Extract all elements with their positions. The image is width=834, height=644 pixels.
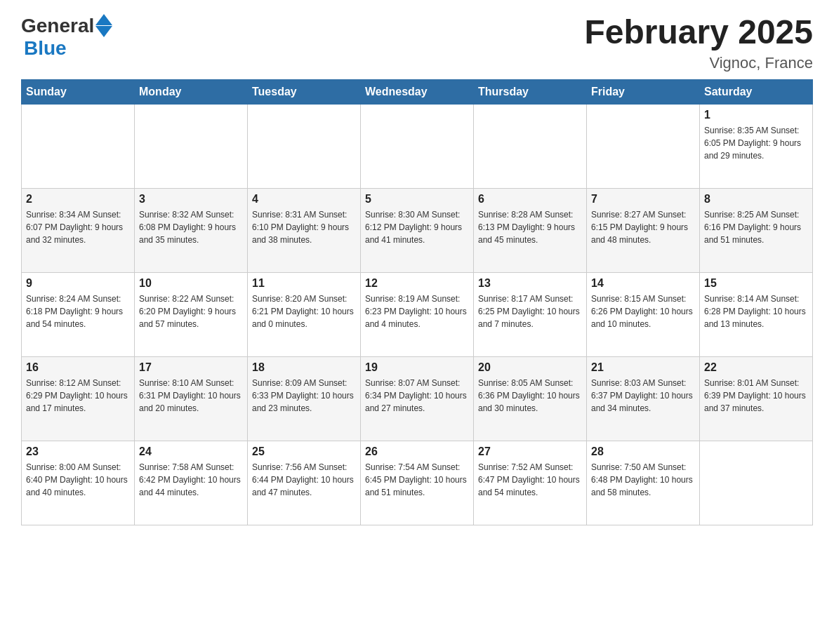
day-info: Sunrise: 8:22 AM Sunset: 6:20 PM Dayligh… bbox=[139, 293, 243, 330]
day-number: 25 bbox=[252, 445, 356, 458]
day-number: 10 bbox=[139, 277, 243, 290]
day-cell: 10Sunrise: 8:22 AM Sunset: 6:20 PM Dayli… bbox=[135, 272, 248, 356]
day-info: Sunrise: 8:20 AM Sunset: 6:21 PM Dayligh… bbox=[252, 293, 356, 330]
day-info: Sunrise: 7:50 AM Sunset: 6:48 PM Dayligh… bbox=[591, 461, 695, 499]
day-cell: 4Sunrise: 8:31 AM Sunset: 6:10 PM Daylig… bbox=[248, 188, 361, 272]
day-cell: 20Sunrise: 8:05 AM Sunset: 6:36 PM Dayli… bbox=[474, 356, 587, 441]
week-row: 2Sunrise: 8:34 AM Sunset: 6:07 PM Daylig… bbox=[22, 188, 813, 272]
day-cell: 16Sunrise: 8:12 AM Sunset: 6:29 PM Dayli… bbox=[22, 356, 135, 441]
day-cell: 8Sunrise: 8:25 AM Sunset: 6:16 PM Daylig… bbox=[700, 188, 813, 272]
day-number: 14 bbox=[591, 277, 695, 290]
day-number: 17 bbox=[139, 361, 243, 374]
day-cell bbox=[135, 104, 248, 188]
day-cell bbox=[474, 104, 587, 188]
day-header-monday: Monday bbox=[135, 79, 248, 104]
day-info: Sunrise: 8:34 AM Sunset: 6:07 PM Dayligh… bbox=[26, 208, 130, 246]
day-number: 27 bbox=[478, 445, 582, 458]
day-info: Sunrise: 8:27 AM Sunset: 6:15 PM Dayligh… bbox=[591, 208, 695, 246]
day-info: Sunrise: 8:00 AM Sunset: 6:40 PM Dayligh… bbox=[26, 461, 130, 499]
day-info: Sunrise: 8:07 AM Sunset: 6:34 PM Dayligh… bbox=[365, 377, 469, 415]
month-title: February 2025 bbox=[584, 14, 813, 51]
day-cell: 12Sunrise: 8:19 AM Sunset: 6:23 PM Dayli… bbox=[361, 272, 474, 356]
day-cell bbox=[22, 104, 135, 188]
day-info: Sunrise: 8:35 AM Sunset: 6:05 PM Dayligh… bbox=[704, 124, 808, 162]
day-number: 20 bbox=[478, 361, 582, 374]
day-cell: 9Sunrise: 8:24 AM Sunset: 6:18 PM Daylig… bbox=[22, 272, 135, 356]
day-cell bbox=[587, 104, 700, 188]
day-cell: 6Sunrise: 8:28 AM Sunset: 6:13 PM Daylig… bbox=[474, 188, 587, 272]
day-info: Sunrise: 8:30 AM Sunset: 6:12 PM Dayligh… bbox=[365, 208, 469, 246]
day-info: Sunrise: 8:15 AM Sunset: 6:26 PM Dayligh… bbox=[591, 293, 695, 330]
day-cell: 7Sunrise: 8:27 AM Sunset: 6:15 PM Daylig… bbox=[587, 188, 700, 272]
week-row: 23Sunrise: 8:00 AM Sunset: 6:40 PM Dayli… bbox=[22, 441, 813, 525]
day-cell: 21Sunrise: 8:03 AM Sunset: 6:37 PM Dayli… bbox=[587, 356, 700, 441]
day-info: Sunrise: 8:25 AM Sunset: 6:16 PM Dayligh… bbox=[704, 208, 808, 246]
day-cell: 23Sunrise: 8:00 AM Sunset: 6:40 PM Dayli… bbox=[22, 441, 135, 525]
day-cell: 24Sunrise: 7:58 AM Sunset: 6:42 PM Dayli… bbox=[135, 441, 248, 525]
page-header: General Blue February 2025 Vignoc, Franc… bbox=[21, 14, 813, 72]
day-number: 4 bbox=[252, 193, 356, 206]
day-info: Sunrise: 8:01 AM Sunset: 6:39 PM Dayligh… bbox=[704, 377, 808, 415]
day-cell: 25Sunrise: 7:56 AM Sunset: 6:44 PM Dayli… bbox=[248, 441, 361, 525]
day-cell: 13Sunrise: 8:17 AM Sunset: 6:25 PM Dayli… bbox=[474, 272, 587, 356]
day-number: 24 bbox=[139, 445, 243, 458]
day-info: Sunrise: 8:12 AM Sunset: 6:29 PM Dayligh… bbox=[26, 377, 130, 415]
week-row: 1Sunrise: 8:35 AM Sunset: 6:05 PM Daylig… bbox=[22, 104, 813, 188]
day-cell: 19Sunrise: 8:07 AM Sunset: 6:34 PM Dayli… bbox=[361, 356, 474, 441]
day-cell: 27Sunrise: 7:52 AM Sunset: 6:47 PM Dayli… bbox=[474, 441, 587, 525]
day-cell bbox=[700, 441, 813, 525]
day-info: Sunrise: 8:28 AM Sunset: 6:13 PM Dayligh… bbox=[478, 208, 582, 246]
day-info: Sunrise: 8:05 AM Sunset: 6:36 PM Dayligh… bbox=[478, 377, 582, 415]
title-block: February 2025 Vignoc, France bbox=[584, 14, 813, 72]
day-info: Sunrise: 8:14 AM Sunset: 6:28 PM Dayligh… bbox=[704, 293, 808, 330]
day-cell: 26Sunrise: 7:54 AM Sunset: 6:45 PM Dayli… bbox=[361, 441, 474, 525]
day-info: Sunrise: 7:52 AM Sunset: 6:47 PM Dayligh… bbox=[478, 461, 582, 499]
logo: General Blue bbox=[21, 14, 112, 60]
day-info: Sunrise: 8:31 AM Sunset: 6:10 PM Dayligh… bbox=[252, 208, 356, 246]
day-info: Sunrise: 8:19 AM Sunset: 6:23 PM Dayligh… bbox=[365, 293, 469, 330]
week-row: 9Sunrise: 8:24 AM Sunset: 6:18 PM Daylig… bbox=[22, 272, 813, 356]
day-info: Sunrise: 7:54 AM Sunset: 6:45 PM Dayligh… bbox=[365, 461, 469, 499]
day-number: 7 bbox=[591, 193, 695, 206]
day-cell: 22Sunrise: 8:01 AM Sunset: 6:39 PM Dayli… bbox=[700, 356, 813, 441]
day-number: 5 bbox=[365, 193, 469, 206]
day-cell: 15Sunrise: 8:14 AM Sunset: 6:28 PM Dayli… bbox=[700, 272, 813, 356]
location-label: Vignoc, France bbox=[584, 54, 813, 72]
day-number: 19 bbox=[365, 361, 469, 374]
day-number: 3 bbox=[139, 193, 243, 206]
day-cell: 1Sunrise: 8:35 AM Sunset: 6:05 PM Daylig… bbox=[700, 104, 813, 188]
day-info: Sunrise: 8:17 AM Sunset: 6:25 PM Dayligh… bbox=[478, 293, 582, 330]
day-number: 28 bbox=[591, 445, 695, 458]
day-info: Sunrise: 7:58 AM Sunset: 6:42 PM Dayligh… bbox=[139, 461, 243, 499]
day-cell: 11Sunrise: 8:20 AM Sunset: 6:21 PM Dayli… bbox=[248, 272, 361, 356]
day-number: 23 bbox=[26, 445, 130, 458]
day-info: Sunrise: 8:32 AM Sunset: 6:08 PM Dayligh… bbox=[139, 208, 243, 246]
day-cell: 2Sunrise: 8:34 AM Sunset: 6:07 PM Daylig… bbox=[22, 188, 135, 272]
day-cell: 28Sunrise: 7:50 AM Sunset: 6:48 PM Dayli… bbox=[587, 441, 700, 525]
calendar-table: SundayMondayTuesdayWednesdayThursdayFrid… bbox=[21, 79, 813, 525]
day-header-wednesday: Wednesday bbox=[361, 79, 474, 104]
day-number: 16 bbox=[26, 361, 130, 374]
day-number: 1 bbox=[704, 109, 808, 121]
week-row: 16Sunrise: 8:12 AM Sunset: 6:29 PM Dayli… bbox=[22, 356, 813, 441]
day-info: Sunrise: 8:10 AM Sunset: 6:31 PM Dayligh… bbox=[139, 377, 243, 415]
day-number: 11 bbox=[252, 277, 356, 290]
day-header-sunday: Sunday bbox=[22, 79, 135, 104]
day-header-saturday: Saturday bbox=[700, 79, 813, 104]
day-info: Sunrise: 8:09 AM Sunset: 6:33 PM Dayligh… bbox=[252, 377, 356, 415]
day-cell: 3Sunrise: 8:32 AM Sunset: 6:08 PM Daylig… bbox=[135, 188, 248, 272]
day-info: Sunrise: 7:56 AM Sunset: 6:44 PM Dayligh… bbox=[252, 461, 356, 499]
day-number: 6 bbox=[478, 193, 582, 206]
day-number: 2 bbox=[26, 193, 130, 206]
day-info: Sunrise: 8:03 AM Sunset: 6:37 PM Dayligh… bbox=[591, 377, 695, 415]
day-number: 21 bbox=[591, 361, 695, 374]
day-number: 9 bbox=[26, 277, 130, 290]
day-number: 8 bbox=[704, 193, 808, 206]
day-cell: 14Sunrise: 8:15 AM Sunset: 6:26 PM Dayli… bbox=[587, 272, 700, 356]
logo-blue-text: Blue bbox=[24, 37, 67, 59]
day-header-tuesday: Tuesday bbox=[248, 79, 361, 104]
day-info: Sunrise: 8:24 AM Sunset: 6:18 PM Dayligh… bbox=[26, 293, 130, 330]
day-number: 22 bbox=[704, 361, 808, 374]
day-number: 18 bbox=[252, 361, 356, 374]
day-cell: 18Sunrise: 8:09 AM Sunset: 6:33 PM Dayli… bbox=[248, 356, 361, 441]
